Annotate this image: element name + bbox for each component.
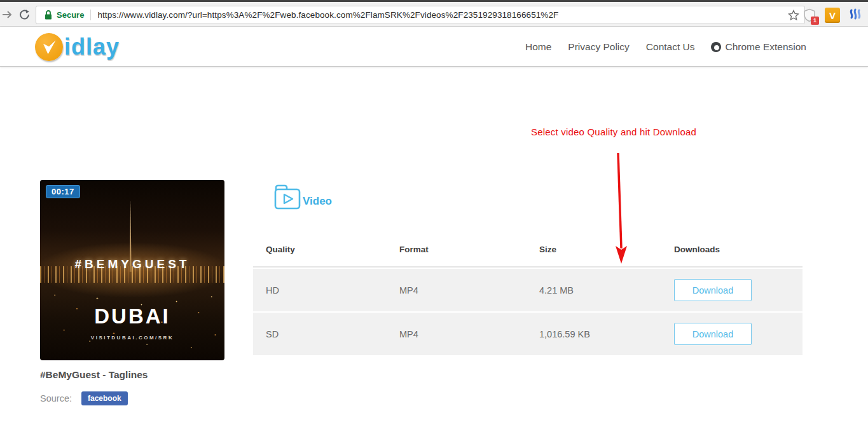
downloads-table-header: Quality Format Size Downloads: [253, 232, 803, 268]
reload-button[interactable]: [18, 8, 32, 22]
column-quality: Quality: [253, 245, 387, 254]
forward-button[interactable]: [0, 8, 14, 22]
cell-quality: HD: [253, 285, 387, 295]
duration-badge: 00:17: [46, 185, 80, 198]
table-row-sd: SD MP4 1,016.59 KB Download: [253, 313, 803, 355]
lock-icon: [44, 10, 53, 20]
cell-quality: SD: [253, 329, 387, 339]
secure-label: Secure: [57, 10, 84, 20]
table-row-hd: HD MP4 4.21 MB Download: [253, 269, 803, 311]
vidlay-logo[interactable]: idlay: [35, 33, 120, 61]
downloads-table: Quality Format Size Downloads HD MP4 4.2…: [253, 232, 803, 355]
steem-icon: [848, 8, 863, 23]
nav-contact-us[interactable]: Contact Us: [646, 41, 695, 53]
source-row: Source: facebook: [40, 391, 128, 405]
nav-privacy-policy-label: Privacy Policy: [568, 41, 629, 53]
logo-text: idlay: [64, 34, 120, 60]
facebook-source-badge[interactable]: facebook: [81, 391, 128, 405]
extension-badge: 1: [811, 17, 819, 25]
vidlay-extension-button[interactable]: V: [825, 8, 840, 23]
nav-chrome-extension[interactable]: Chrome Extension: [711, 41, 806, 53]
vidlay-logo-icon: [35, 33, 63, 61]
thumbnail-brand-text: DUBAI: [40, 304, 224, 329]
address-bar[interactable]: Secure https://www.vidlay.com/?url=https…: [36, 6, 805, 24]
column-downloads: Downloads: [661, 245, 803, 254]
column-size: Size: [527, 245, 661, 254]
video-title: #BeMyGuest - Taglines: [40, 369, 148, 381]
forward-icon: [1, 8, 13, 21]
section-label: Video: [303, 195, 332, 208]
download-button-hd[interactable]: Download: [674, 279, 752, 301]
shield-extension-button[interactable]: 1: [802, 8, 817, 23]
omnibox-divider: [90, 10, 91, 20]
url-text[interactable]: https://www.vidlay.com/?url=https%3A%2F%…: [97, 10, 783, 20]
nav-privacy-policy[interactable]: Privacy Policy: [568, 41, 629, 53]
source-label: Source:: [40, 393, 72, 403]
reload-icon: [19, 9, 31, 20]
nav-home-label: Home: [525, 41, 551, 53]
cell-action: Download: [661, 323, 803, 345]
download-button-sd[interactable]: Download: [674, 323, 752, 345]
nav-chrome-extension-label: Chrome Extension: [725, 41, 806, 53]
site-header: idlay Home Privacy Policy Contact Us Chr…: [0, 27, 868, 67]
thumbnail-hashtag-text: #BEMYGUEST: [40, 257, 224, 271]
star-icon: [788, 10, 799, 21]
thumbnail-url-text: VISITDUBAI.COM/SRK: [40, 335, 224, 341]
cell-action: Download: [661, 279, 803, 301]
bookmark-star-button[interactable]: [788, 10, 799, 21]
video-thumbnail[interactable]: #BEMYGUEST DUBAI VISITDUBAI.COM/SRK 00:1…: [40, 180, 224, 360]
annotation-text: Select video Quality and hit Download: [531, 126, 696, 137]
video-folder-icon: [273, 182, 301, 214]
cell-size: 1,016.59 KB: [527, 329, 661, 339]
browser-toolbar: Secure https://www.vidlay.com/?url=https…: [0, 0, 868, 27]
cell-size: 4.21 MB: [527, 285, 661, 295]
nav-home[interactable]: Home: [525, 41, 551, 53]
page: Secure https://www.vidlay.com/?url=https…: [0, 0, 868, 434]
main-nav: Home Privacy Policy Contact Us Chrome Ex…: [525, 27, 806, 67]
extension-area: 1 V: [802, 6, 863, 25]
cell-format: MP4: [387, 329, 527, 339]
nav-contact-us-label: Contact Us: [646, 41, 695, 53]
cell-format: MP4: [387, 285, 527, 295]
chrome-icon: [711, 42, 721, 52]
column-format: Format: [387, 245, 527, 254]
steem-extension-button[interactable]: [848, 8, 863, 23]
